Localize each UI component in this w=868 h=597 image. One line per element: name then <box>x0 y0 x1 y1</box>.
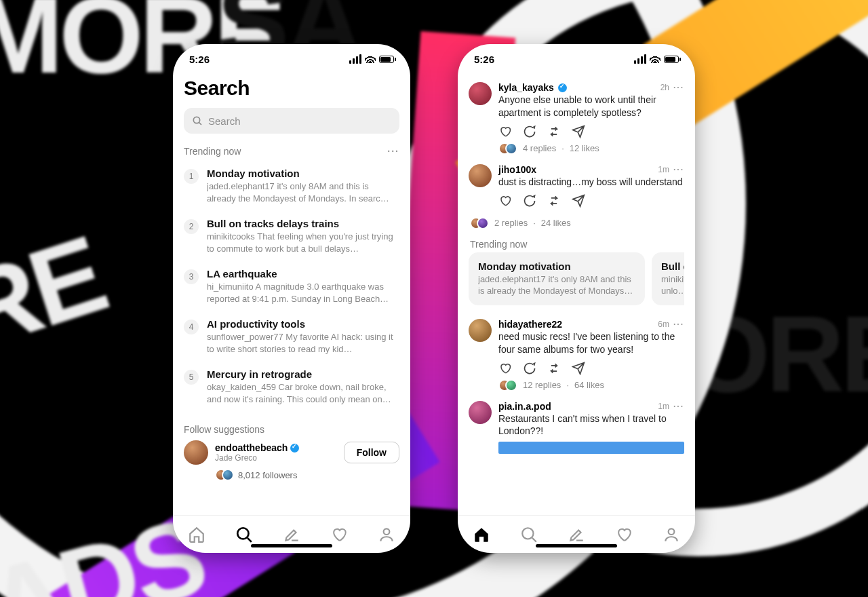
tab-compose[interactable] <box>568 526 585 543</box>
more-icon[interactable]: ··· <box>673 165 684 174</box>
trend-item[interactable]: 2 Bull on tracks delays trains minikitco… <box>184 211 399 261</box>
suggestion-item[interactable]: endoatthebeach Jade Greco Follow <box>184 440 399 465</box>
tab-profile[interactable] <box>663 526 680 543</box>
svg-line-6 <box>532 537 536 541</box>
search-icon <box>192 115 203 126</box>
like-icon[interactable] <box>498 362 512 375</box>
tab-search[interactable] <box>520 526 538 543</box>
more-icon[interactable]: ··· <box>673 402 684 411</box>
repost-icon[interactable] <box>547 194 561 208</box>
phone-search: 5:26 Search Search Trending now ··· 1 Mo… <box>173 44 410 553</box>
post-text: dust is distracting…my boss will underst… <box>498 176 684 189</box>
trending-label: Trending now <box>470 239 684 250</box>
svg-point-2 <box>237 528 248 539</box>
wifi-icon <box>650 55 660 63</box>
reply-icon[interactable] <box>523 125 536 138</box>
trend-item[interactable]: 4 AI productivity tools sunflower_power7… <box>184 311 399 362</box>
post-username[interactable]: hidayathere22 <box>498 319 562 330</box>
svg-point-7 <box>669 528 675 535</box>
search-input[interactable]: Search <box>184 108 399 134</box>
suggestion-name: Jade Greco <box>215 453 337 463</box>
followers-count: 8,012 followers <box>238 470 297 480</box>
repost-icon[interactable] <box>547 362 561 375</box>
more-icon[interactable]: ··· <box>673 320 684 329</box>
post-time: 1m <box>658 402 669 411</box>
post-time: 2h <box>660 83 669 92</box>
avatar[interactable] <box>469 319 492 342</box>
status-bar: 5:26 <box>458 44 695 74</box>
reply-icon[interactable] <box>523 362 536 375</box>
post-time: 6m <box>658 320 669 329</box>
tab-home[interactable] <box>473 526 490 543</box>
post-username[interactable]: pia.in.a.pod <box>498 401 551 412</box>
likes-count[interactable]: 64 likes <box>574 380 604 390</box>
svg-point-0 <box>193 117 199 123</box>
suggestion-username: endoatthebeach <box>215 442 288 453</box>
status-bar: 5:26 <box>173 44 410 74</box>
status-time: 5:26 <box>474 54 494 65</box>
tab-home[interactable] <box>188 526 205 543</box>
avatar[interactable] <box>469 401 492 424</box>
trend-item[interactable]: 5 Mercury in retrograde okay_kaiden_459 … <box>184 362 399 412</box>
like-icon[interactable] <box>498 194 512 208</box>
trending-carousel[interactable]: Monday motivation jaded.elephant17 it's … <box>469 252 684 305</box>
link-preview[interactable] <box>498 442 684 454</box>
trend-item[interactable]: 1 Monday motivation jaded.elephant17 it'… <box>184 161 399 211</box>
share-icon[interactable] <box>572 125 585 138</box>
svg-point-5 <box>522 528 533 539</box>
post-text: Anyone else unable to work until their a… <box>498 94 684 119</box>
share-icon[interactable] <box>572 362 585 375</box>
tab-search[interactable] <box>235 526 253 543</box>
likes-count[interactable]: 12 likes <box>570 143 599 153</box>
more-icon[interactable]: ··· <box>387 146 399 157</box>
cellular-icon <box>634 54 646 64</box>
likes-count[interactable]: 24 likes <box>541 218 571 228</box>
post-text: need music recs! I've been listening to … <box>498 330 684 356</box>
share-icon[interactable] <box>572 194 585 208</box>
page-title: Search <box>184 77 399 100</box>
tab-activity[interactable] <box>330 526 348 543</box>
battery-icon <box>664 56 679 63</box>
post[interactable]: pia.in.a.pod 1m ··· Restaurants I can't … <box>469 397 684 460</box>
status-time: 5:26 <box>189 54 210 65</box>
suggestions-label: Follow suggestions <box>184 424 264 435</box>
post[interactable]: jiho100x 1m ··· dust is distracting…my b… <box>469 160 684 213</box>
replies-count[interactable]: 4 replies <box>523 143 556 153</box>
reply-icon[interactable] <box>523 194 536 208</box>
svg-line-1 <box>199 123 201 125</box>
replies-count[interactable]: 12 replies <box>523 380 561 390</box>
trend-rank: 1 <box>184 169 199 184</box>
svg-point-4 <box>384 528 390 535</box>
trending-label: Trending now <box>184 146 241 157</box>
tab-profile[interactable] <box>378 526 395 543</box>
replies-count[interactable]: 2 replies <box>494 218 528 228</box>
avatar[interactable] <box>469 82 492 105</box>
tab-compose[interactable] <box>283 526 300 543</box>
post-time: 1m <box>658 165 669 174</box>
trend-card[interactable]: Bull on minikitc up unlo… <box>652 252 684 305</box>
verified-icon <box>558 83 567 92</box>
wifi-icon <box>365 55 376 63</box>
avatar <box>184 440 208 465</box>
trend-title: Monday motivation <box>207 168 399 179</box>
like-icon[interactable] <box>498 125 512 138</box>
post-username[interactable]: jiho100x <box>498 164 536 175</box>
home-indicator[interactable] <box>251 544 332 547</box>
search-placeholder: Search <box>208 115 241 127</box>
post-text: Restaurants I can't miss when I travel t… <box>498 412 684 438</box>
follow-button[interactable]: Follow <box>344 442 399 463</box>
post[interactable]: kyla_kayaks 2h ··· Anyone else unable to… <box>469 78 684 160</box>
verified-icon <box>290 444 299 452</box>
svg-line-3 <box>248 537 252 541</box>
avatar[interactable] <box>469 164 492 187</box>
battery-icon <box>379 56 394 63</box>
tab-activity[interactable] <box>615 526 633 543</box>
post-username[interactable]: kyla_kayaks <box>498 82 554 93</box>
post[interactable]: hidayathere22 6m ··· need music recs! I'… <box>469 315 684 397</box>
trend-item[interactable]: 3 LA earthquake hi_kimuniito A magnitude… <box>184 261 399 311</box>
phone-feed: 5:26 kyla_kayaks 2h ··· Anyone else unab… <box>458 44 695 553</box>
trend-card[interactable]: Monday motivation jaded.elephant17 it's … <box>469 252 645 305</box>
home-indicator[interactable] <box>536 544 617 547</box>
repost-icon[interactable] <box>547 125 561 138</box>
more-icon[interactable]: ··· <box>673 83 684 92</box>
